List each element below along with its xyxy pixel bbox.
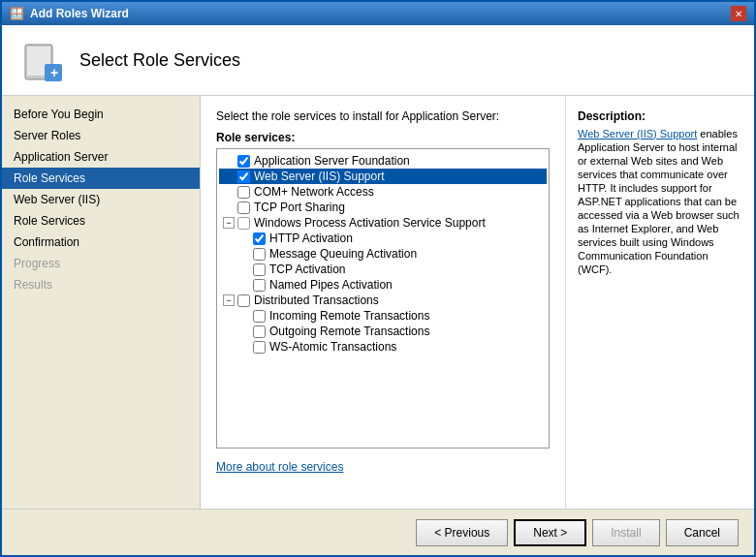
title-bar-text: Add Roles Wizard (30, 7, 129, 20)
services-list: Application Server Foundation Web Server… (216, 148, 550, 449)
item-label-incoming: Incoming Remote Transactions (269, 309, 429, 323)
main-content: Before You Begin Server Roles Applicatio… (2, 96, 754, 509)
link-area: More about role services (216, 460, 550, 474)
item-label-tcp: TCP Port Sharing (254, 201, 345, 214)
list-item-wpas: − Windows Process Activation Service Sup… (219, 215, 547, 231)
previous-button[interactable]: < Previous (416, 519, 508, 546)
wizard-icon: + (17, 37, 64, 83)
item-label-web-iis: Web Server (IIS) Support (254, 170, 385, 183)
three-panel: Select the role services to install for … (201, 96, 754, 509)
checkbox-outgoing[interactable] (253, 325, 266, 338)
checkbox-app-server-foundation[interactable] (237, 155, 250, 168)
checkbox-ws-atomic[interactable] (253, 341, 266, 354)
item-label-dist: Distributed Transactions (254, 294, 379, 307)
item-label-named-pipes: Named Pipes Activation (269, 278, 393, 292)
checkbox-dist[interactable] (237, 294, 250, 307)
install-button[interactable]: Install (592, 519, 659, 546)
list-item-tcp: TCP Port Sharing (219, 200, 547, 215)
checkbox-http[interactable] (253, 232, 266, 245)
sidebar-item-progress: Progress (2, 253, 200, 274)
list-item-incoming: Incoming Remote Transactions (219, 308, 547, 324)
more-about-link[interactable]: More about role services (216, 460, 343, 474)
sidebar-item-role-services[interactable]: Role Services (2, 168, 200, 189)
expand-wpas[interactable]: − (223, 217, 235, 229)
list-item: Application Server Foundation (219, 153, 547, 169)
item-label-http: HTTP Activation (269, 232, 353, 245)
sidebar: Before You Begin Server Roles Applicatio… (2, 96, 201, 509)
sidebar-item-results: Results (2, 274, 200, 295)
sidebar-item-server-roles[interactable]: Server Roles (2, 125, 200, 146)
item-label: Application Server Foundation (254, 154, 410, 168)
footer: < Previous Next > Install Cancel (2, 509, 754, 555)
list-item-http: HTTP Activation (219, 231, 547, 246)
checkbox-mq[interactable] (253, 248, 266, 261)
checkbox-named-pipes[interactable] (253, 279, 266, 292)
sidebar-item-before-you-begin[interactable]: Before You Begin (2, 104, 200, 125)
title-bar-left: 🪟 Add Roles Wizard (10, 7, 129, 20)
cancel-button[interactable]: Cancel (666, 519, 739, 546)
list-item-named-pipes: Named Pipes Activation (219, 277, 547, 293)
sidebar-item-confirmation[interactable]: Confirmation (2, 232, 200, 253)
list-item-tcp-act: TCP Activation (219, 262, 547, 277)
close-button[interactable]: ✕ (731, 6, 746, 21)
checkbox-com[interactable] (237, 186, 250, 199)
description-text: enables Application Server to host inter… (578, 128, 740, 275)
sidebar-item-web-server[interactable]: Web Server (IIS) (2, 189, 200, 210)
content-intro: Select the role services to install for … (216, 109, 550, 123)
item-label-wpas: Windows Process Activation Service Suppo… (254, 216, 486, 230)
list-item-outgoing: Outgoing Remote Transactions (219, 324, 547, 339)
page-title: Select Role Services (79, 50, 240, 71)
checkbox-web-server-iis[interactable] (237, 170, 250, 183)
list-item-mq: Message Queuing Activation (219, 246, 547, 262)
item-label-tcp-act: TCP Activation (269, 263, 345, 276)
item-label-mq: Message Queuing Activation (269, 247, 417, 261)
list-item-dist-trans: − Distributed Transactions (219, 293, 547, 308)
center-content: Select the role services to install for … (201, 96, 565, 509)
description-title: Description: (578, 109, 742, 123)
checkbox-tcp-act[interactable] (253, 263, 266, 276)
expand-dist[interactable]: − (223, 294, 235, 306)
main-window: 🪟 Add Roles Wizard ✕ + Select Role Servi… (0, 0, 756, 557)
checkbox-tcp[interactable] (237, 201, 250, 214)
list-item-ws-atomic: WS-Atomic Transactions (219, 339, 547, 355)
list-item-com: COM+ Network Access (219, 184, 547, 200)
checkbox-incoming[interactable] (253, 310, 266, 323)
item-label-com: COM+ Network Access (254, 185, 374, 199)
item-label-ws-atomic: WS-Atomic Transactions (269, 340, 396, 354)
list-item-web-server-iis[interactable]: Web Server (IIS) Support (219, 169, 547, 184)
svg-text:+: + (50, 65, 58, 80)
next-button[interactable]: Next > (514, 519, 586, 546)
header-area: + Select Role Services (2, 25, 754, 96)
checkbox-wpas[interactable] (237, 217, 250, 230)
description-link[interactable]: Web Server (IIS) Support (578, 128, 697, 139)
title-bar: 🪟 Add Roles Wizard ✕ (2, 2, 754, 25)
item-label-outgoing: Outgoing Remote Transactions (269, 325, 429, 338)
description-panel: Description: Web Server (IIS) Support en… (565, 96, 754, 509)
sidebar-item-application-server[interactable]: Application Server (2, 146, 200, 168)
role-services-label: Role services: (216, 131, 550, 144)
sidebar-item-role-services-2[interactable]: Role Services (2, 210, 200, 232)
title-bar-icon: 🪟 (10, 7, 24, 20)
